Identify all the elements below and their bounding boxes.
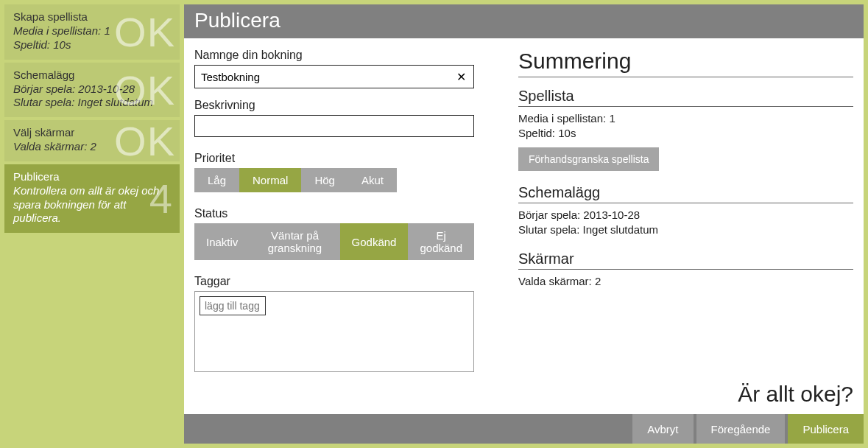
step-ok-badge: OK [114,66,175,113]
summary-screens: Skärmar Valda skärmar: 2 [518,251,853,289]
summary-playlist-line1: Media i spellistan: 1 [518,111,853,126]
summary-playlist-head: Spellista [518,88,853,107]
page-title: Publicera [184,4,864,38]
step-schedule[interactable]: Schemalägg Börjar spela: 2013-10-28Sluta… [4,63,180,118]
status-inactive[interactable]: Inaktiv [194,223,250,260]
step-publish[interactable]: Publicera Kontrollera om allt är okej oc… [4,164,180,233]
step-select-screens[interactable]: Välj skärmar Valda skärmar: 2 OK [4,120,180,161]
publish-button[interactable]: Publicera [788,414,864,444]
preview-playlist-button[interactable]: Förhandsgranska spellista [518,147,659,171]
step-create-playlist[interactable]: Skapa spellista Media i spellistan: 1Spe… [4,4,180,60]
priority-acute[interactable]: Akut [348,168,397,192]
status-pending[interactable]: Väntar på granskning [250,223,339,260]
name-input[interactable] [201,71,455,83]
step-title: Publicera [13,170,171,183]
step-desc: Kontrollera om allt är okej och spara bo… [13,184,171,225]
step-number: 4 [149,175,172,223]
summary-schedule: Schemalägg Börjar spela: 2013-10-28 Slut… [518,184,853,238]
priority-high[interactable]: Hög [301,168,348,192]
main-panel: Publicera Namnge din bokning ✕ Beskrivni… [184,4,864,444]
status-rejected[interactable]: Ej godkänd [408,223,474,260]
summary-screens-head: Skärmar [518,251,853,270]
priority-normal[interactable]: Normal [239,168,301,192]
previous-button[interactable]: Föregående [696,414,786,444]
form-column: Namnge din bokning ✕ Beskrivning Priorit… [194,49,474,414]
step-ok-badge: OK [114,120,175,161]
desc-label: Beskrivning [194,99,474,112]
name-input-wrap[interactable]: ✕ [194,65,474,88]
status-approved[interactable]: Godkänd [340,223,409,260]
summary-playlist-line2: Speltid: 10s [518,126,853,141]
summary-column: Summering Spellista Media i spellistan: … [518,49,853,414]
status-label: Status [194,207,474,220]
is-all-ok: Är allt okej? [738,382,853,407]
tags-box[interactable] [194,291,474,372]
priority-low[interactable]: Låg [194,168,239,192]
priority-group: Låg Normal Hög Akut [194,168,474,192]
cancel-button[interactable]: Avbryt [632,414,693,444]
desc-input[interactable] [194,115,474,137]
summary-schedule-line1: Börjar spela: 2013-10-28 [518,208,853,223]
footer-bar: Avbryt Föregående Publicera [184,414,864,444]
priority-label: Prioritet [194,152,474,165]
summary-playlist: Spellista Media i spellistan: 1 Speltid:… [518,88,853,171]
tag-input[interactable] [200,296,266,315]
name-label: Namnge din bokning [194,49,474,62]
summary-schedule-line2: Slutar spela: Inget slutdatum [518,223,853,237]
summary-screens-line1: Valda skärmar: 2 [518,274,853,289]
tags-label: Taggar [194,275,474,288]
step-ok-badge: OK [114,8,175,56]
summary-title: Summering [518,49,853,77]
status-group: Inaktiv Väntar på granskning Godkänd Ej … [194,223,474,260]
summary-schedule-head: Schemalägg [518,184,853,203]
clear-icon[interactable]: ✕ [455,70,467,84]
sidebar: Skapa spellista Media i spellistan: 1Spe… [4,4,180,444]
